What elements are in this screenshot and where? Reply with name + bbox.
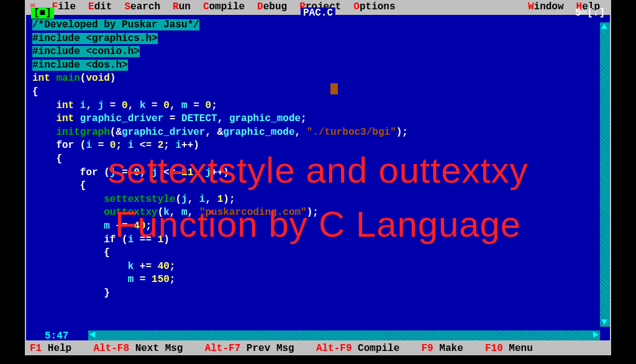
menu-project[interactable]: Project (293, 1, 347, 12)
code-line: int main(void) (32, 72, 604, 86)
menu-window[interactable]: Window (522, 1, 570, 12)
code-line: m = 150; (32, 273, 604, 287)
code-line: int i, j = 0, k = 0, m = 0; (32, 99, 604, 113)
code-line: } (32, 287, 604, 301)
status-bar: F1 Help Alt-F8 Next Msg Alt-F7 Prev Msg … (25, 342, 611, 355)
menu-debug[interactable]: Debug (251, 1, 293, 12)
text-cursor (330, 83, 338, 94)
window-close-control[interactable]: [■] (31, 7, 54, 19)
code-line: for (i = 0; i <= 2; i++) (32, 139, 604, 153)
code-line: #include <conio.h> (32, 45, 604, 59)
status-alt-f7[interactable]: Alt-F7 Prev Msg (205, 343, 294, 354)
horizontal-scrollbar[interactable] (88, 330, 600, 340)
menu-edit[interactable]: Edit (82, 1, 118, 12)
code-line: k += 40; (32, 260, 604, 274)
code-line: { (32, 180, 604, 193)
code-editor[interactable]: /*Developed by Puskar Jasu*/#include <gr… (26, 15, 610, 327)
code-line: /*Developed by Puskar Jasu*/ (32, 19, 604, 32)
vertical-scrollbar[interactable] (600, 22, 610, 327)
code-line: initgraph(&graphic_driver, &graphic_mode… (32, 126, 604, 140)
menu-options[interactable]: Options (347, 1, 401, 12)
status-f1[interactable]: F1 Help (30, 343, 71, 354)
code-line: { (32, 247, 604, 260)
cursor-position-label: 5:47 (45, 330, 68, 342)
status-f9[interactable]: F9 Make (422, 343, 463, 354)
code-line: m += 40; (32, 220, 604, 234)
menu-run[interactable]: Run (166, 1, 197, 12)
menu-search[interactable]: Search (118, 1, 166, 12)
code-line: if (i == 1) (32, 234, 604, 247)
menu-bar: ≡ FileEditSearchRunCompileDebugProjectOp… (25, 0, 611, 14)
code-line: #include <dos.h> (32, 59, 604, 73)
status-f10[interactable]: F10 Menu (485, 343, 533, 354)
code-line: { (32, 86, 604, 99)
code-line: outtextxy(k, m, "puskarcoding.com"); (32, 206, 604, 220)
menu-compile[interactable]: Compile (197, 1, 251, 12)
code-line: #include <graphics.h> (32, 32, 604, 46)
editor-window: [■] PAC.C 5═[↕] /*Developed by Puskar Ja… (25, 14, 611, 342)
code-line: { (32, 153, 604, 166)
window-zoom-control[interactable]: 5═[↕] (575, 7, 605, 19)
code-line: settextstyle(j, i, 1); (32, 193, 604, 207)
status-alt-f8[interactable]: Alt-F8 Next Msg (93, 343, 183, 354)
code-line: for (j = 0; j <= 11; j++) (32, 166, 604, 180)
status-alt-f9[interactable]: Alt-F9 Compile (316, 343, 399, 354)
code-line: int graphic_driver = DETECT, graphic_mod… (32, 112, 604, 126)
